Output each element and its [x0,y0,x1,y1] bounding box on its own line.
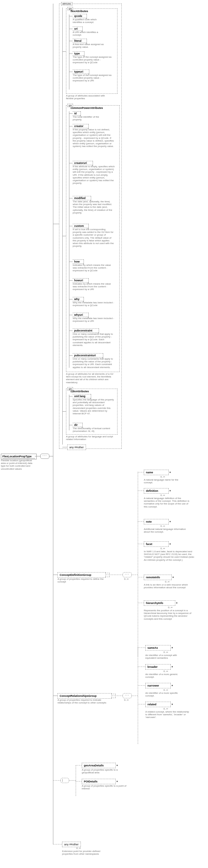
common-spine [69,111,69,368]
cdg-seq-card: 0..∞ [124,578,129,580]
crg-spine [138,647,138,744]
attr-howuri-desc: Indicates by which means the value was e… [73,282,115,291]
expand-icon[interactable]: + [175,600,178,606]
c [132,695,138,696]
elem-related[interactable]: related+ [145,702,174,707]
c [132,575,138,575]
desc-sameas: An identifier of a concept with equivale… [145,654,188,659]
common-group-desc: A group of attributes for all elements o… [66,373,117,384]
elem-broader[interactable]: broader+ [145,664,174,670]
attr-howuri: howuri [73,278,88,282]
c [138,603,144,603]
choice-box [61,778,69,783]
expand-icon[interactable]: + [171,683,174,688]
elem-sameas[interactable]: sameAs+ [145,645,174,651]
card-hierarchyinfo: 0..∞ [168,606,173,609]
c [69,126,73,126]
attr-dir: dir [73,423,82,427]
cdg-spine [138,472,138,656]
card-sameas: 0..∞ [164,651,168,654]
elem-hierarchyinfo[interactable]: hierarchyInfo+ [144,600,178,606]
attr-modified: modified [73,196,91,200]
attributes-tab: attributes [61,2,72,5]
concept-definition-group: ConceptDefinitionGroup [58,572,106,578]
card-definition: 0..∞ [160,494,165,497]
attr-qcode-desc: A qualified code which identifies a conc… [73,18,106,24]
flex-spine [69,14,69,90]
attr-whyuri: whyuri [73,313,88,317]
common-title: commonPowerAttributes [70,106,103,110]
c [138,544,144,544]
c [69,396,73,397]
conn [62,236,66,236]
c [69,331,73,331]
attr-creator-desc: If the property value is not defined, sp… [73,128,115,148]
c [53,780,61,781]
cdg-desc: A group of properites required to define… [58,578,105,583]
expand-icon[interactable]: + [171,645,174,651]
elem-narrower[interactable]: narrower+ [145,683,174,688]
c [69,355,73,356]
expand-icon[interactable]: + [171,664,174,670]
attr-creator: creator [73,124,88,128]
expand-icon[interactable]: + [171,575,175,580]
elem-name[interactable]: name+ [144,470,172,475]
elem-geoareadetails[interactable]: geoAreaDetails+ [82,763,119,768]
attr-id: id [73,111,81,116]
c [69,54,73,54]
expand-icon[interactable]: + [168,541,172,547]
attr-spine [62,7,63,444]
card-related: 0..∞ [164,707,168,710]
root-desc: Flexible location (geopolitical area or … [1,459,34,470]
attr-uri: uri [73,27,82,31]
card-anychild: 0..∞ [76,847,81,849]
elem-poidetails[interactable]: POIDetails+ [82,779,119,784]
desc-narrower: An identifier of a more specific concept… [145,692,185,697]
crg-seq-card: 0..∞ [124,699,129,701]
conn [62,411,66,412]
c [69,280,73,281]
any-child: any ##other [62,842,81,847]
desc-hierarchyinfo: Represents the position of a concept in … [144,609,192,620]
expand-icon[interactable]: + [115,763,119,768]
elem-facet[interactable]: facet+ [144,541,172,547]
expand-icon[interactable]: + [168,470,172,475]
attr-dir-desc: The directionality of textual content (e… [73,427,115,433]
attr-type-desc: The type of the concept assigned as cont… [73,56,112,64]
c [76,765,82,766]
attr-pubconstraint-desc: One or many constraints that apply to pu… [73,333,115,347]
c [69,425,73,425]
expand-icon[interactable]: + [115,779,119,784]
desc-facet: In NAR 1.8 and later, facet is deprecate… [144,550,195,561]
root-title: FlexLocationPropType [2,455,35,459]
attr-uri-desc: A URI which identifies a concept. [73,31,106,36]
attr-why: why [73,297,84,301]
attr-custom: custom [73,224,88,228]
c [112,695,123,696]
elem-definition[interactable]: definition+ [144,488,172,494]
attr-id-desc: The local identifier of the property. [73,116,109,121]
attr-typeuri-desc: The type of the concept assigned as cont… [73,74,112,82]
i18n-title: i18nAttributes [70,390,89,393]
expand-icon[interactable]: + [168,488,172,494]
desc-remoteinfo: A link to an item or a web resource whic… [144,583,189,589]
attr-modified-desc: The date (and, optionally, the time) whe… [73,200,115,214]
crg-seq [123,693,132,698]
elem-note[interactable]: note+ [144,519,172,524]
expand-icon[interactable]: + [168,519,172,524]
c [69,198,73,198]
c [106,575,123,575]
c [138,521,144,522]
c [69,29,73,29]
c [53,844,62,844]
attr-pubconstraint: pubconstraint [73,329,99,333]
expand-icon[interactable]: + [171,702,174,707]
canvas: FlexLocationPropType Flexible location (… [0,0,208,868]
desc-note: Additional natural language information … [144,528,189,533]
elem-remoteinfo[interactable]: remoteInfo+ [144,575,175,580]
card-remoteinfo: 0..∞ [165,580,170,583]
attr-creatoruri: creatoruri [73,161,93,165]
spine [53,4,53,844]
conn [53,575,58,575]
c [69,299,73,300]
